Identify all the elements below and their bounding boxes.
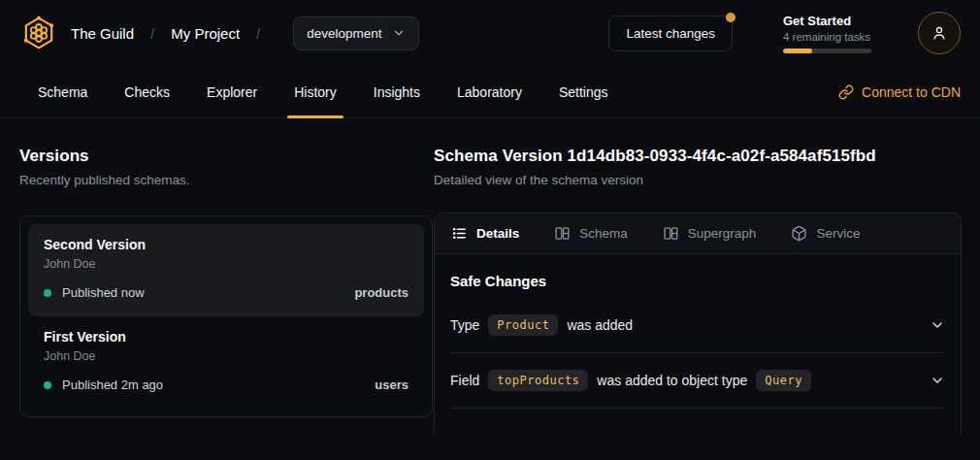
environment-selector-value: development (307, 26, 381, 41)
detail-tab-service[interactable]: Service (791, 225, 860, 242)
get-started-progress-bar (783, 49, 871, 53)
breadcrumb-separator: / (256, 25, 260, 42)
columns-icon (554, 225, 571, 242)
get-started-progress-fill (783, 49, 812, 53)
safe-changes-title: Safe Changes (450, 273, 945, 289)
versions-title: Versions (19, 147, 434, 166)
change-row-field-added[interactable]: Field topProducts was added to object ty… (450, 353, 945, 409)
target-nav-tabs: Schema Checks Explorer History Insights … (0, 66, 980, 118)
latest-changes-button[interactable]: Latest changes (608, 16, 733, 51)
cube-icon (791, 225, 807, 242)
versions-subtitle: Recently published schemas. (19, 173, 434, 187)
chevron-down-icon[interactable] (930, 317, 945, 333)
guild-honeycomb-logo-icon[interactable] (19, 14, 58, 52)
detail-tab-schema[interactable]: Schema (554, 225, 628, 242)
chevron-down-icon[interactable] (930, 373, 945, 388)
type-code-badge: Product (488, 314, 558, 336)
change-text: was added to object type (597, 373, 747, 388)
breadcrumb-project[interactable]: My Project (171, 25, 240, 42)
detail-tab-label: Schema (579, 226, 628, 241)
link-icon (838, 84, 854, 100)
detail-tab-label: Service (816, 226, 860, 241)
tab-checks[interactable]: Checks (106, 66, 188, 117)
tab-history[interactable]: History (276, 66, 355, 117)
breadcrumb-org[interactable]: The Guild (71, 25, 134, 42)
tab-settings[interactable]: Settings (540, 66, 627, 117)
user-avatar-button[interactable] (918, 12, 961, 54)
version-list-item[interactable]: Second Version John Doe Published now pr… (28, 224, 424, 316)
safe-changes-section: Safe Changes Type Product was added Fiel… (435, 254, 961, 409)
tab-insights[interactable]: Insights (355, 66, 439, 117)
version-detail-panel: Schema Version 1d14db83-0933-4f4c-a02f-a… (434, 147, 962, 434)
user-icon (931, 24, 948, 42)
schema-version-title: Schema Version 1d14db83-0933-4f4c-a02f-a… (434, 147, 962, 166)
published-status-dot (44, 289, 51, 297)
detail-tab-supergraph[interactable]: Supergraph (663, 225, 757, 242)
published-status-dot (44, 381, 51, 389)
change-text: was added (567, 317, 633, 333)
version-author: John Doe (44, 257, 408, 271)
version-name: First Version (44, 329, 408, 345)
field-code-badge: topProducts (488, 370, 588, 391)
version-meta-row: Published 2m ago users (44, 378, 408, 392)
tab-laboratory[interactable]: Laboratory (439, 66, 540, 117)
schema-version-subtitle: Detailed view of the schema version (434, 173, 962, 187)
service-name: users (375, 378, 408, 392)
notification-dot (726, 13, 735, 22)
breadcrumb-separator: / (150, 25, 154, 42)
environment-selector[interactable]: development (293, 16, 418, 50)
version-name: Second Version (44, 237, 408, 252)
list-icon (451, 225, 468, 242)
connect-to-cdn-label: Connect to CDN (862, 84, 961, 100)
columns-icon (663, 225, 679, 242)
service-name: products (354, 285, 408, 300)
get-started-remaining-tasks: 4 remaining tasks (783, 31, 871, 43)
change-text: Type (450, 317, 479, 333)
version-list-item[interactable]: First Version John Doe Published 2m ago … (28, 316, 424, 409)
tab-schema[interactable]: Schema (19, 66, 106, 117)
nav-spacer (627, 66, 839, 117)
app-header: The Guild / My Project / development Lat… (0, 0, 980, 66)
change-text: Field (450, 373, 479, 388)
latest-changes-label: Latest changes (626, 26, 715, 41)
detail-tab-label: Details (476, 226, 519, 241)
connect-to-cdn-link[interactable]: Connect to CDN (838, 66, 961, 117)
published-time: Published now (62, 285, 145, 300)
version-meta-row: Published now products (44, 285, 408, 300)
versions-list: Second Version John Doe Published now pr… (19, 215, 433, 417)
detail-tab-label: Supergraph (688, 226, 757, 241)
version-detail-tabs: Details Schema (435, 214, 961, 254)
detail-tab-details[interactable]: Details (451, 225, 519, 242)
history-page: Versions Recently published schemas. Sec… (0, 118, 980, 434)
version-author: John Doe (44, 349, 408, 363)
change-row-type-added[interactable]: Type Product was added (450, 298, 945, 353)
published-time: Published 2m ago (62, 378, 163, 392)
type-code-badge: Query (756, 370, 811, 391)
tab-explorer[interactable]: Explorer (188, 66, 276, 117)
version-detail-box: Details Schema (434, 213, 962, 434)
chevron-down-icon (392, 26, 406, 40)
get-started-widget[interactable]: Get Started 4 remaining tasks (783, 14, 871, 53)
get-started-title: Get Started (783, 14, 871, 28)
versions-panel: Versions Recently published schemas. Sec… (0, 147, 434, 434)
